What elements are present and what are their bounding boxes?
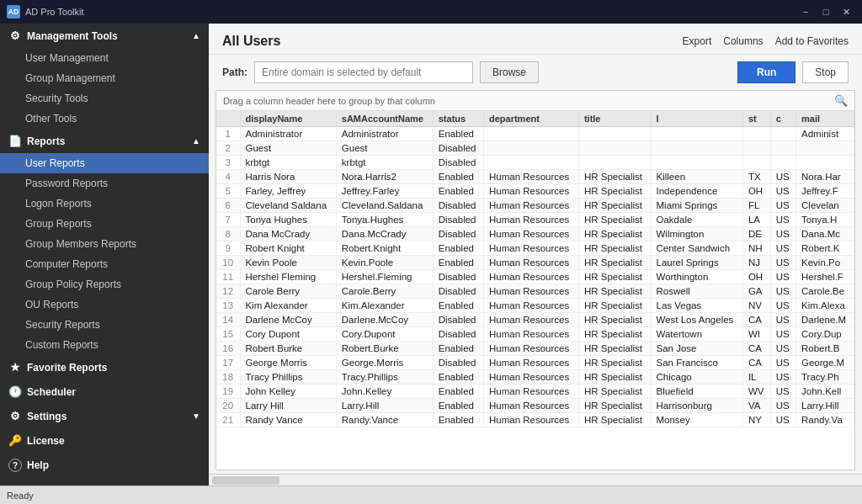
table-row[interactable]: 17 George Morris George.Morris Disabled … <box>216 356 854 370</box>
table-row[interactable]: 11 Hershel Fleming Hershel.Fleming Disab… <box>216 270 854 284</box>
cell-department: Human Resources <box>484 184 579 199</box>
table-row[interactable]: 1 Administrator Administrator Enabled Ad… <box>216 127 854 141</box>
license-icon: 🔑 <box>8 434 22 447</box>
cell-samaccountname: Administrator <box>336 127 433 141</box>
col-department[interactable]: department <box>484 111 579 127</box>
table-row[interactable]: 16 Robert Burke Robert.Burke Enabled Hum… <box>216 342 854 356</box>
cell-status: Disabled <box>433 313 483 327</box>
col-l[interactable]: l <box>651 111 742 127</box>
col-displayname[interactable]: displayName <box>240 111 336 127</box>
table-row[interactable]: 6 Cleveland Saldana Cleveland.Saldana Di… <box>216 199 854 213</box>
sidebar-item-group-reports[interactable]: Group Reports <box>0 214 209 234</box>
cell-displayname: Larry Hill <box>240 399 336 413</box>
close-button[interactable]: ✕ <box>837 4 855 19</box>
cell-status: Disabled <box>433 356 483 370</box>
cell-department: Human Resources <box>484 199 579 213</box>
search-icon[interactable]: 🔍 <box>834 94 848 107</box>
sidebar-item-license[interactable]: 🔑 License <box>0 428 209 453</box>
cell-l <box>651 141 742 156</box>
sidebar-item-security-reports[interactable]: Security Reports <box>0 315 209 335</box>
cell-c: US <box>770 170 795 184</box>
browse-button[interactable]: Browse <box>480 61 539 83</box>
sidebar-item-help[interactable]: ? Help <box>0 453 209 478</box>
table-row[interactable]: 5 Farley, Jeffrey Jeffrey.Farley Enabled… <box>216 184 854 199</box>
sidebar-item-user-reports[interactable]: User Reports <box>0 153 209 173</box>
cell-l: Wilmington <box>651 227 742 241</box>
sidebar-item-ou-reports[interactable]: OU Reports <box>0 294 209 315</box>
computer-reports-label: Computer Reports <box>25 258 108 270</box>
sidebar-item-password-reports[interactable]: Password Reports <box>0 173 209 194</box>
cell-status: Enabled <box>433 413 483 427</box>
title-bar-left: AD AD Pro Toolkit <box>7 5 84 19</box>
cell-status: Disabled <box>433 227 483 241</box>
cell-department: Human Resources <box>484 313 579 327</box>
run-button[interactable]: Run <box>737 61 795 83</box>
sidebar-item-reports[interactable]: 📄 Reports ▲ <box>0 129 209 153</box>
cell-status: Enabled <box>433 256 483 270</box>
maximize-button[interactable]: □ <box>817 4 835 19</box>
sidebar-item-group-policy-reports[interactable]: Group Policy Reports <box>0 274 209 294</box>
sidebar-item-computer-reports[interactable]: Computer Reports <box>0 254 209 274</box>
cell-c: US <box>770 284 795 299</box>
cell-samaccountname: Carole.Berry <box>336 284 433 299</box>
cell-department: Human Resources <box>484 399 579 413</box>
table-row[interactable]: 7 Tonya Hughes Tonya.Hughes Disabled Hum… <box>216 213 854 227</box>
col-c[interactable]: c <box>770 111 795 127</box>
sidebar-item-management-tools[interactable]: ⚙ Management Tools ▲ <box>0 24 209 48</box>
col-status[interactable]: status <box>433 111 483 127</box>
col-title[interactable]: title <box>578 111 651 127</box>
table-row[interactable]: 21 Randy Vance Randy.Vance Enabled Human… <box>216 413 854 427</box>
sidebar-item-custom-reports[interactable]: Custom Reports <box>0 335 209 355</box>
cell-status: Disabled <box>433 141 483 156</box>
stop-button[interactable]: Stop <box>802 61 849 83</box>
table-row[interactable]: 9 Robert Knight Robert.Knight Enabled Hu… <box>216 241 854 256</box>
table-row[interactable]: 20 Larry Hill Larry.Hill Enabled Human R… <box>216 399 854 413</box>
table-row[interactable]: 4 Harris Nora Nora.Harris2 Enabled Human… <box>216 170 854 184</box>
cell-department: Human Resources <box>484 170 579 184</box>
table-row[interactable]: 15 Cory Dupont Cory.Dupont Disabled Huma… <box>216 327 854 342</box>
table-row[interactable]: 13 Kim Alexander Kim.Alexander Enabled H… <box>216 299 854 313</box>
cell-num: 2 <box>216 141 240 156</box>
table-row[interactable]: 19 John Kelley John.Kelley Enabled Human… <box>216 385 854 399</box>
sidebar-item-group-management[interactable]: Group Management <box>0 68 209 88</box>
path-input[interactable] <box>254 61 473 83</box>
sidebar-item-user-management[interactable]: User Management <box>0 48 209 68</box>
sidebar-item-scheduler[interactable]: 🕐 Scheduler <box>0 379 209 404</box>
columns-button[interactable]: Columns <box>723 35 763 47</box>
table-row[interactable]: 18 Tracy Phillips Tracy.Phillips Enabled… <box>216 370 854 385</box>
table-body: 1 Administrator Administrator Enabled Ad… <box>216 127 854 427</box>
cell-department: Human Resources <box>484 356 579 370</box>
sidebar-item-favorite-reports[interactable]: ★ Favorite Reports <box>0 355 209 379</box>
table-row[interactable]: 3 krbtgt krbtgt Disabled <box>216 156 854 170</box>
cell-status: Enabled <box>433 342 483 356</box>
export-button[interactable]: Export <box>683 35 712 47</box>
cell-status: Enabled <box>433 241 483 256</box>
table-row[interactable]: 10 Kevin Poole Kevin.Poole Enabled Human… <box>216 256 854 270</box>
cell-l: San Jose <box>651 342 742 356</box>
sidebar-item-settings[interactable]: ⚙ Settings ▼ <box>0 404 209 428</box>
sidebar-item-group-members-reports[interactable]: Group Members Reports <box>0 234 209 254</box>
sidebar-item-other-tools[interactable]: Other Tools <box>0 109 209 129</box>
table-row[interactable]: 14 Darlene McCoy Darlene.McCoy Disabled … <box>216 313 854 327</box>
cell-st: NH <box>742 241 770 256</box>
table-row[interactable]: 12 Carole Berry Carole.Berry Disabled Hu… <box>216 284 854 299</box>
minimize-button[interactable]: − <box>796 4 815 19</box>
bottom-scrollbar[interactable] <box>209 474 862 485</box>
cell-st: CA <box>742 313 770 327</box>
cell-title: HR Specialist <box>578 356 651 370</box>
sidebar-item-logon-reports[interactable]: Logon Reports <box>0 194 209 214</box>
sidebar-item-security-tools[interactable]: Security Tools <box>0 88 209 109</box>
cell-samaccountname: Tracy.Phillips <box>336 370 433 385</box>
add-to-favorites-button[interactable]: Add to Favorites <box>775 35 849 47</box>
col-st[interactable]: st <box>742 111 770 127</box>
cell-mail: Kim.Alexa <box>796 299 854 313</box>
col-samaccountname[interactable]: sAMAccountName <box>336 111 433 127</box>
cell-title: HR Specialist <box>578 299 651 313</box>
title-bar: AD AD Pro Toolkit − □ ✕ <box>0 0 862 24</box>
cell-department <box>484 127 579 141</box>
table-row[interactable]: 2 Guest Guest Disabled <box>216 141 854 156</box>
cell-samaccountname: Darlene.McCoy <box>336 313 433 327</box>
col-mail[interactable]: mail <box>796 111 854 127</box>
cell-mail: Larry.Hill <box>796 399 854 413</box>
table-row[interactable]: 8 Dana McCrady Dana.McCrady Disabled Hum… <box>216 227 854 241</box>
